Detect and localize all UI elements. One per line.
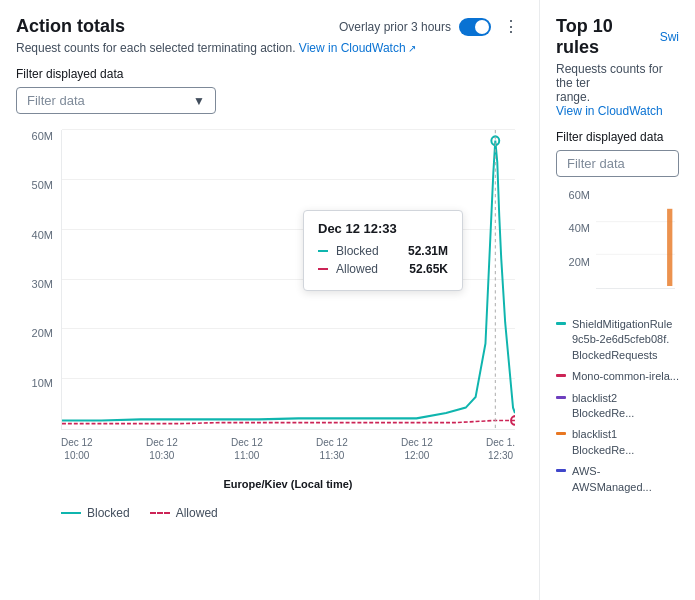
rule-label-4: blacklist1 BlockedRe... [572, 427, 679, 458]
x-label-4: Dec 1211:30 [316, 436, 348, 462]
tooltip-blocked-value: 52.31M [408, 244, 448, 258]
rule-dot-3 [556, 396, 566, 399]
x-label-1: Dec 1210:00 [61, 436, 93, 462]
dots-menu[interactable]: ⋮ [499, 17, 523, 36]
tooltip-allowed-name: Allowed [336, 262, 401, 276]
rule-label-1: ShieldMitigationRule 9c5b-2e6d5cfeb08f. … [572, 317, 679, 363]
legend: Blocked Allowed [16, 506, 523, 520]
right-bar [667, 209, 672, 286]
right-y-label-20: 20M [556, 256, 596, 268]
legend-allowed-line [150, 512, 170, 514]
tooltip-allowed-color [318, 268, 328, 270]
header-controls: Overlay prior 3 hours ⋮ [339, 17, 523, 36]
rule-item-5: AWS-AWSManaged... [556, 464, 679, 495]
tooltip-box: Dec 12 12:33 Blocked 52.31M Allowed 52.6… [303, 210, 463, 291]
rule-item-2: Mono-common-irela... [556, 369, 679, 384]
x-axis-title: Europe/Kiev (Local time) [61, 478, 515, 490]
chevron-down-icon: ▼ [193, 94, 205, 108]
switch-label[interactable]: Swi [660, 30, 679, 44]
chart-area: 10M 20M 30M 40M 50M 60M [16, 130, 523, 470]
tooltip-blocked-name: Blocked [336, 244, 400, 258]
right-panel: Top 10 rules Swi Requests counts for the… [540, 0, 695, 600]
x-label-2: Dec 1210:30 [146, 436, 178, 462]
x-label-3: Dec 1211:00 [231, 436, 263, 462]
panel-title: Action totals [16, 16, 125, 37]
overlay-label: Overlay prior 3 hours [339, 20, 451, 34]
filter-dropdown[interactable]: Filter data ▼ [16, 87, 216, 114]
rules-list: ShieldMitigationRule 9c5b-2e6d5cfeb08f. … [556, 317, 679, 501]
tooltip-allowed-value: 52.65K [409, 262, 448, 276]
right-panel-header: Top 10 rules Swi [556, 16, 679, 58]
tooltip-date: Dec 12 12:33 [318, 221, 448, 236]
y-label-60m: 60M [16, 130, 61, 142]
y-label-30m: 30M [16, 278, 61, 290]
right-chart-container: 20M 40M 60M [556, 189, 679, 309]
filter-dropdown-text: Filter data [27, 93, 85, 108]
right-y-label-40: 40M [556, 222, 596, 234]
rule-label-2: Mono-common-irela... [572, 369, 679, 384]
y-label-50m: 50M [16, 179, 61, 191]
overlay-toggle[interactable] [459, 18, 491, 36]
left-panel: Action totals Overlay prior 3 hours ⋮ Re… [0, 0, 540, 600]
right-subtitle: Requests counts for the ter range. View … [556, 62, 679, 118]
legend-blocked-label: Blocked [87, 506, 130, 520]
right-y-label-60: 60M [556, 189, 596, 201]
right-filter-text: Filter data [567, 156, 625, 171]
rule-dot-5 [556, 469, 566, 472]
filter-label: Filter displayed data [16, 67, 523, 81]
rule-label-3: blacklist2 BlockedRe... [572, 391, 679, 422]
rule-dot-1 [556, 322, 566, 325]
right-filter-label: Filter displayed data [556, 130, 679, 144]
rule-item-3: blacklist2 BlockedRe... [556, 391, 679, 422]
cloudwatch-link[interactable]: View in CloudWatch ↗ [299, 41, 416, 55]
external-link-icon: ↗ [408, 43, 416, 54]
allowed-line [62, 420, 515, 423]
y-label-40m: 40M [16, 229, 61, 241]
rule-dot-2 [556, 374, 566, 377]
right-title: Top 10 rules [556, 16, 660, 58]
right-chart-svg [596, 189, 675, 288]
tooltip-row-blocked: Blocked 52.31M [318, 244, 448, 258]
subtitle: Request counts for each selected termina… [16, 41, 523, 55]
legend-item-blocked: Blocked [61, 506, 130, 520]
right-chart-plot [596, 189, 675, 289]
right-filter-dropdown[interactable]: Filter data [556, 150, 679, 177]
rule-dot-4 [556, 432, 566, 435]
x-label-5: Dec 1212:00 [401, 436, 433, 462]
legend-blocked-line [61, 512, 81, 514]
rule-item-4: blacklist1 BlockedRe... [556, 427, 679, 458]
x-label-6: Dec 1.12:30 [486, 436, 515, 462]
right-cloudwatch-link[interactable]: View in CloudWatch [556, 104, 663, 118]
rule-item-1: ShieldMitigationRule 9c5b-2e6d5cfeb08f. … [556, 317, 679, 363]
y-label-20m: 20M [16, 327, 61, 339]
y-axis: 10M 20M 30M 40M 50M 60M [16, 130, 61, 430]
right-y-axis: 20M 40M 60M [556, 189, 596, 289]
tooltip-row-allowed: Allowed 52.65K [318, 262, 448, 276]
tooltip-blocked-color [318, 250, 328, 252]
rule-label-5: AWS-AWSManaged... [572, 464, 679, 495]
x-axis: Dec 1210:00 Dec 1210:30 Dec 1211:00 Dec … [61, 430, 515, 470]
y-label-10m: 10M [16, 377, 61, 389]
legend-allowed-label: Allowed [176, 506, 218, 520]
panel-header: Action totals Overlay prior 3 hours ⋮ [16, 16, 523, 37]
legend-item-allowed: Allowed [150, 506, 218, 520]
